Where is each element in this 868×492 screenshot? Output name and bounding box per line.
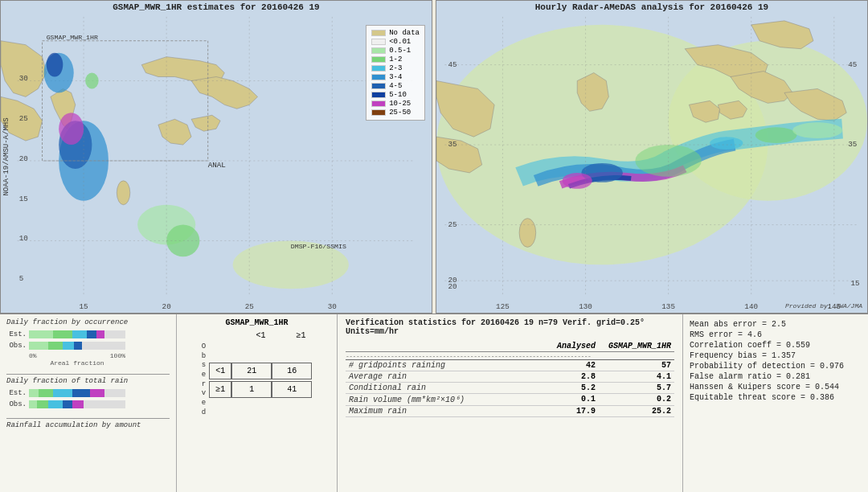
hist-title-1: Daily fraction by occurrence [6,318,170,326]
svg-text:45: 45 [448,60,457,69]
scalar-stat-7: Equitable threat score = 0.386 [690,393,862,402]
hist-est2-label: Est. [6,389,27,397]
legend-label-05: 0.5-1 [389,47,411,55]
stats-panel: Verification statistics for 20160426 19 … [338,314,683,492]
hist-obs-bar-dkgreen [48,342,63,350]
stats-divider-text: ----------------------------------------… [346,352,674,359]
axis-label-text: Areal fraction [29,359,125,367]
hist-bar-green [29,330,53,338]
svg-text:DMSP-F16/SSMIS: DMSP-F16/SSMIS [291,244,346,251]
svg-text:125: 125 [496,302,510,311]
hist-title-3: Rainfall accumulation by amount [6,421,170,429]
legend-item-nodata: No data [371,29,420,37]
stats-label-1: Average rain [346,371,526,383]
stats-row-0: # gridpoints raining 42 57 [346,360,674,371]
legend-label-23: 2-3 [389,64,402,72]
hist-bar2-blue [72,389,90,397]
hist-divider-2 [6,418,170,419]
hist-bar2-dkgreen [39,389,53,397]
svg-text:20: 20 [162,302,171,311]
svg-point-30 [47,53,63,77]
contingency-title: GSMAP_MWR_1HR [225,318,288,327]
stats-table: Analysed GSMAP_MWR_1HR -----------------… [346,341,674,417]
svg-point-37 [563,173,592,189]
stats-val2-3: 0.2 [599,394,674,406]
svg-text:GSMAP_MWR_1HR: GSMAP_MWR_1HR [47,34,98,41]
right-map-svg: 125 130 135 140 145 45 35 25 20 45 35 15… [436,1,867,313]
stats-col-analysed-header: Analysed [526,341,599,352]
legend-item-1025: 10-25 [371,100,420,108]
svg-text:5: 5 [19,274,24,283]
hist-axis-labels: 0% 100% [29,352,125,359]
legend-item-001: <0.01 [371,38,420,46]
legend-color-nodata [371,30,386,36]
y-axis-label: NOAA-19/AMSU-A/MHS [2,117,10,195]
stats-col-label-header [346,341,526,352]
svg-text:10: 10 [19,235,28,244]
legend-color-34 [371,74,386,80]
svg-text:25: 25 [245,302,254,311]
obs-vertical-label: Observed [202,342,206,418]
hist-row-obs: Obs. [6,341,170,351]
hist-obs2-bar-dkgreen [37,400,48,408]
contingency-header-row: <1 ≥1 [193,331,321,340]
stats-val1-0: 42 [526,360,599,371]
svg-text:15: 15 [80,302,88,311]
contingency-row2-label: ≥1 [209,381,231,398]
legend-label-34: 3-4 [389,73,402,81]
legend-color-05 [371,47,386,54]
svg-text:130: 130 [579,302,592,311]
legend-item-12: 1-2 [371,55,420,64]
contingency-col1-header: <1 [241,331,281,340]
contingency-grid: <1 21 16 ≥1 1 41 [209,363,312,398]
svg-text:30: 30 [19,75,28,84]
scalar-stat-0: Mean abs error = 2.5 [690,320,862,329]
bottom-section: Daily fraction by occurrence Est. Obs. [0,314,868,492]
svg-text:25: 25 [19,114,28,123]
hist-obs2-bar-purple [72,400,84,408]
hist-obs2-bar-blue [63,400,72,408]
scalar-stat-6: Hanssen & Kuipers score = 0.544 [690,383,862,392]
right-map-panel: Hourly Radar-AMeDAS analysis for 2016042… [436,0,868,314]
axis-start: 0% [29,352,37,359]
legend-panel: No data <0.01 0.5-1 1-2 2-3 [366,25,425,121]
contingency-col2-header: ≥1 [281,331,321,340]
svg-point-40 [792,122,842,138]
stats-val2-0: 57 [599,360,674,371]
legend-item-45: 4-5 [371,82,420,90]
scalar-stat-3: Frequency bias = 1.357 [690,351,862,360]
svg-text:20: 20 [19,154,28,163]
svg-text:15: 15 [19,195,28,203]
hist-bar-purple [96,330,104,338]
legend-color-23 [371,65,386,72]
legend-color-1025 [371,100,386,107]
svg-text:135: 135 [661,302,675,311]
left-map-panel: GSMAP_MWR_1HR estimates for 20160426 19 … [0,0,432,314]
scalar-stat-1: RMS error = 4.6 [690,330,862,339]
provided-label: Provided by: JWA/JMA [785,302,862,310]
legend-label-510: 5-10 [389,91,407,99]
hist-obs2-label: Obs. [6,400,27,408]
svg-point-39 [755,127,797,143]
hist-bar-cyan [72,330,87,338]
hist-group-occurrence: Est. Obs. [6,328,170,367]
legend-item-23: 2-3 [371,64,420,72]
hist-obs2-bar-cyan [48,400,63,408]
stats-val1-4: 17.9 [526,406,599,417]
legend-label-1025: 10-25 [389,100,411,108]
stats-title: Verification statistics for 20160426 19 … [346,318,674,336]
stats-divider-row: ----------------------------------------… [346,352,674,360]
stats-row-2: Conditional rain 5.2 5.7 [346,383,674,394]
contingency-val-a: 21 [231,363,272,379]
main-container: GSMAP_MWR_1HR estimates for 20160426 19 … [0,0,868,492]
contingency-panel: GSMAP_MWR_1HR <1 ≥1 Observed <1 21 16 [177,314,338,492]
hist-obs2-bar [29,400,125,408]
legend-item-05: 0.5-1 [371,47,420,55]
contingency-row1: <1 21 16 [209,363,312,379]
legend-color-12 [371,56,386,63]
hist-bar2-green [29,389,39,397]
contingency-row1-label: <1 [209,363,231,379]
contingency-val-b: 16 [272,363,312,379]
svg-text:25: 25 [448,220,457,229]
histogram-panel: Daily fraction by occurrence Est. Obs. [0,314,177,492]
